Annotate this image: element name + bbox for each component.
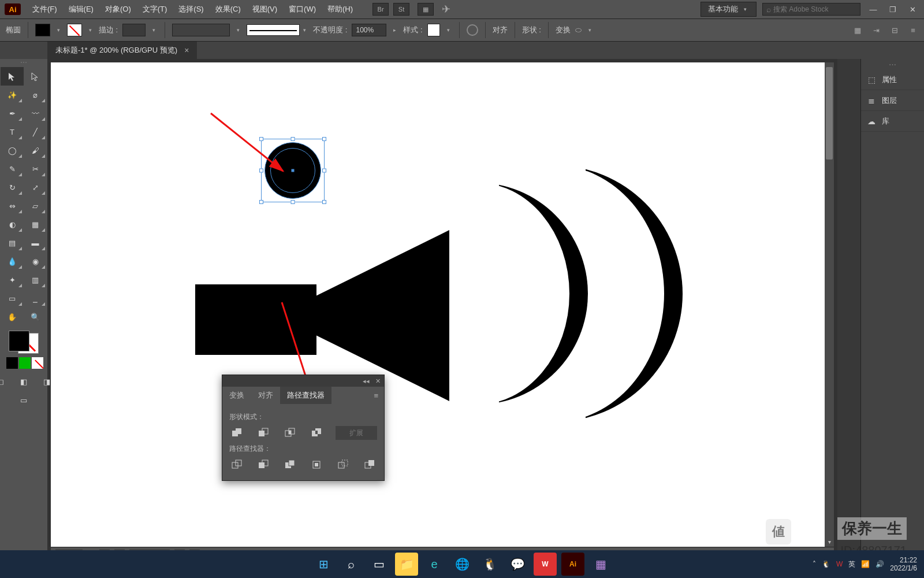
- panel-libraries[interactable]: ☁ 库: [861, 111, 924, 132]
- mesh-tool[interactable]: ▤: [1, 234, 24, 252]
- color-mode-solid[interactable]: [6, 357, 18, 369]
- eyedropper-tool[interactable]: 💧: [1, 252, 24, 271]
- taskbar-time[interactable]: 21:22: [890, 556, 917, 564]
- pathfinder-expand-button[interactable]: 扩展: [336, 426, 377, 440]
- paintbrush-tool[interactable]: 🖌: [24, 141, 47, 160]
- chevron-down-icon[interactable]: ▾: [87, 27, 94, 33]
- pen-tool[interactable]: ✒: [1, 104, 24, 123]
- explorer-icon[interactable]: 📁: [395, 553, 418, 576]
- shape-builder-tool[interactable]: ◐: [1, 215, 24, 234]
- brush-definition[interactable]: [247, 24, 300, 36]
- panel-grip-icon[interactable]: ⋯: [861, 59, 924, 69]
- scrollbar-thumb[interactable]: [826, 67, 833, 160]
- minimize-button[interactable]: —: [866, 4, 880, 14]
- pathfinder-intersect-button[interactable]: [282, 425, 297, 440]
- handle-mid-left[interactable]: [259, 169, 263, 173]
- lasso-tool[interactable]: ⌀: [24, 86, 47, 104]
- align-to-icon[interactable]: ⇥: [871, 25, 881, 35]
- close-icon[interactable]: ✕: [375, 377, 381, 385]
- scale-tool[interactable]: ⤢: [24, 178, 47, 197]
- handle-top-right[interactable]: [322, 137, 326, 141]
- graphic-style-swatch[interactable]: [427, 24, 440, 36]
- taskbar-date[interactable]: 2022/1/6: [890, 564, 917, 572]
- search-input[interactable]: 搜索 Adobe Stock: [762, 3, 860, 16]
- blend-tool[interactable]: ◉: [24, 252, 47, 271]
- handle-bottom-right[interactable]: [322, 200, 326, 204]
- graph-tool[interactable]: ▥: [24, 271, 47, 289]
- fill-swatch[interactable]: [35, 24, 50, 36]
- handle-mid-right[interactable]: [322, 169, 326, 173]
- wechat-icon[interactable]: 💬: [506, 553, 529, 576]
- tray-arrow-icon[interactable]: ˄: [813, 560, 816, 568]
- start-button[interactable]: ⊞: [312, 553, 335, 576]
- align-label[interactable]: 对齐: [493, 25, 508, 35]
- artboard-tool[interactable]: ▭: [1, 289, 24, 307]
- fill-color-icon[interactable]: [9, 331, 29, 351]
- symbol-sprayer-tool[interactable]: ✦: [1, 271, 24, 289]
- gradient-tool[interactable]: ▬: [24, 234, 47, 252]
- chevron-down-icon[interactable]: ▾: [55, 27, 62, 33]
- tray-icon[interactable]: 🐧: [822, 560, 830, 568]
- stroke-weight-input[interactable]: [122, 24, 146, 36]
- workspace-switcher[interactable]: 基本功能 ▾: [701, 2, 757, 17]
- volume-icon[interactable]: 🔊: [875, 560, 884, 568]
- handle-top-mid[interactable]: [291, 137, 295, 141]
- ellipse-tool[interactable]: ◯: [1, 141, 24, 160]
- width-tool[interactable]: ⇔: [1, 197, 24, 215]
- scissors-tool[interactable]: ✂: [24, 160, 47, 178]
- tab-align[interactable]: 对齐: [251, 387, 280, 404]
- isolate-icon[interactable]: ⊟: [889, 25, 900, 35]
- collapsed-panel-strip[interactable]: [837, 59, 860, 562]
- hand-tool[interactable]: ✋: [1, 307, 24, 326]
- free-transform-tool[interactable]: ▱: [24, 197, 47, 215]
- network-icon[interactable]: 📶: [861, 560, 870, 568]
- draw-mode-behind[interactable]: ◧: [12, 372, 35, 391]
- pathfinder-divide-button[interactable]: [229, 457, 244, 472]
- close-button[interactable]: ✕: [906, 4, 919, 14]
- panel-grip-icon[interactable]: [12, 61, 35, 65]
- direct-selection-tool[interactable]: [24, 67, 47, 86]
- pathfinder-exclude-button[interactable]: [309, 425, 324, 440]
- slice-tool[interactable]: ⎯: [24, 289, 47, 307]
- stock-icon[interactable]: St: [393, 3, 409, 16]
- chevron-down-icon[interactable]: ▾: [234, 27, 242, 33]
- fill-stroke-indicator[interactable]: [6, 329, 41, 355]
- vertical-scrollbar[interactable]: ▾: [825, 62, 834, 547]
- bridge-icon[interactable]: Br: [372, 3, 389, 16]
- illustrator-taskbar-icon[interactable]: Ai: [561, 553, 584, 576]
- panel-titlebar[interactable]: ◂◂ ✕: [222, 375, 384, 387]
- task-view-button[interactable]: ▭: [367, 553, 390, 576]
- curvature-tool[interactable]: 〰: [24, 104, 47, 123]
- handle-bottom-left[interactable]: [259, 200, 263, 204]
- link-icon[interactable]: ⬭: [575, 25, 582, 35]
- chevron-down-icon[interactable]: ▾: [586, 27, 594, 33]
- pathfinder-panel[interactable]: ◂◂ ✕ 变换 对齐 路径查找器 ≡ 形状模式： 扩展: [222, 375, 385, 481]
- variable-width-profile[interactable]: [172, 24, 230, 36]
- wps-icon[interactable]: W: [534, 553, 557, 576]
- chevron-down-icon[interactable]: ▾: [445, 27, 452, 33]
- menu-help[interactable]: 帮助(H): [322, 4, 359, 14]
- handle-bottom-mid[interactable]: [291, 200, 295, 204]
- menu-effect[interactable]: 效果(C): [210, 4, 247, 14]
- gpu-icon[interactable]: ✈: [442, 3, 450, 16]
- pathfinder-merge-button[interactable]: [282, 457, 297, 472]
- grid-icon[interactable]: ▦: [852, 25, 863, 35]
- chevron-down-icon[interactable]: ▾: [301, 27, 308, 33]
- pathfinder-minus-front-button[interactable]: [256, 425, 271, 440]
- menu-edit[interactable]: 编辑(E): [63, 4, 99, 14]
- line-tool[interactable]: ╱: [24, 123, 47, 141]
- pathfinder-crop-button[interactable]: [309, 457, 324, 472]
- shape-label[interactable]: 形状 :: [522, 25, 541, 35]
- type-tool[interactable]: T: [1, 123, 24, 141]
- color-mode-gradient[interactable]: [19, 357, 31, 369]
- ime-icon[interactable]: 英: [848, 560, 855, 569]
- color-mode-none[interactable]: [32, 357, 43, 369]
- handle-top-left[interactable]: [259, 137, 263, 141]
- draw-mode-normal[interactable]: ◻: [0, 372, 12, 391]
- transform-label[interactable]: 变换: [556, 25, 571, 35]
- close-tab-icon[interactable]: ×: [184, 46, 189, 55]
- pathfinder-outline-button[interactable]: [336, 457, 351, 472]
- tab-pathfinder[interactable]: 路径查找器: [280, 387, 331, 404]
- perspective-tool[interactable]: ▦: [24, 215, 47, 234]
- panel-layers[interactable]: ≣ 图层: [861, 90, 924, 111]
